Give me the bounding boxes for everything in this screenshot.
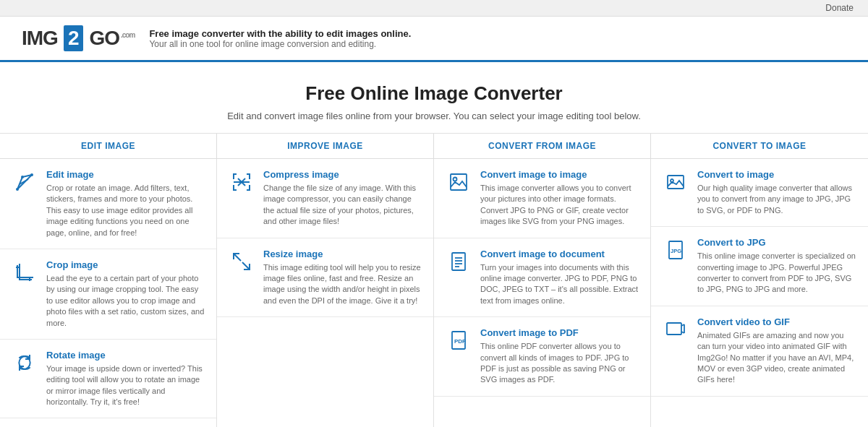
card-resize-image[interactable]: Resize image This image editing tool wil…: [217, 238, 433, 318]
card-video-gif-content: Convert video to GIF Animated GIFs are a…: [697, 316, 856, 386]
hero-title: Free Online Image Converter: [14, 82, 854, 105]
card-to-image-desc: Our high quality image converter that al…: [697, 183, 856, 216]
card-resize-content: Resize image This image editing tool wil…: [263, 249, 422, 307]
tagline-bold: Free image converter with the ability to…: [149, 28, 411, 39]
cards-section: Edit image Crop or rotate an image. Add …: [0, 159, 868, 427]
rotate-icon: [12, 350, 38, 376]
hero-subtitle: Edit and convert image files online from…: [14, 111, 854, 121]
card-convert-doc-title: Convert image to document: [480, 249, 639, 259]
logo-num: 2: [64, 25, 84, 51]
svg-line-17: [242, 262, 250, 269]
svg-text:PDF: PDF: [454, 338, 466, 345]
svg-line-16: [234, 254, 241, 261]
improve-column: Compress image Change the file size of a…: [217, 159, 434, 427]
card-crop-content: Crop image Lead the eye to a certain par…: [46, 259, 205, 329]
svg-text:JPG: JPG: [671, 248, 681, 254]
card-convert-pdf-desc: This online PDF converter allows you to …: [480, 341, 639, 386]
convert-doc-icon: [446, 249, 472, 275]
card-to-image-content: Convert to image Our high quality image …: [697, 169, 856, 216]
card-compress-desc: Change the file size of any image. With …: [263, 183, 422, 228]
video-gif-icon: [663, 316, 689, 342]
col-header-convert-to: CONVERT TO IMAGE: [651, 134, 868, 158]
crop-icon: [12, 259, 38, 285]
to-image-icon: [663, 169, 689, 195]
svg-rect-32: [667, 323, 681, 335]
card-convert-to-image[interactable]: Convert to image Our high quality image …: [651, 159, 868, 227]
col-header-convert-from: CONVERT FROM IMAGE: [434, 134, 651, 158]
logo-img-text: IMG: [22, 27, 58, 50]
donate-link[interactable]: Donate: [825, 3, 854, 13]
card-crop-title: Crop image: [46, 259, 205, 270]
card-edit-desc: Crop or rotate an image. Add filters, te…: [46, 183, 205, 238]
edit-icon: [12, 169, 38, 195]
card-convert-image-to-pdf[interactable]: PDF Convert image to PDF This online PDF…: [434, 317, 650, 397]
to-jpg-icon: JPG: [663, 237, 689, 263]
card-convert-image-desc: This image converter allows you to conve…: [480, 183, 639, 228]
site-header: IMG 2 GO.com Free image converter with t…: [0, 17, 868, 62]
card-resize-title: Resize image: [263, 249, 422, 259]
card-convert-image-to-doc[interactable]: Convert image to document Turn your imag…: [434, 238, 650, 318]
card-edit-title: Edit image: [46, 169, 205, 180]
convert-pdf-icon: PDF: [446, 327, 472, 353]
convert-from-column: Convert image to image This image conver…: [434, 159, 651, 427]
card-watermark-image[interactable]: Watermark image With this online photo e…: [0, 418, 216, 427]
edit-column: Edit image Crop or rotate an image. Add …: [0, 159, 217, 427]
card-to-jpg-content: Convert to JPG This online image convert…: [697, 237, 856, 296]
card-convert-doc-desc: Turn your images into documents with thi…: [480, 262, 639, 307]
card-to-jpg-title: Convert to JPG: [697, 237, 856, 248]
card-crop-desc: Lead the eye to a certain part of your p…: [46, 273, 205, 329]
card-rotate-desc: Your image is upside down or inverted? T…: [46, 363, 205, 408]
card-edit-image[interactable]: Edit image Crop or rotate an image. Add …: [0, 159, 216, 249]
logo[interactable]: IMG 2 GO.com: [22, 25, 135, 51]
card-compress-content: Compress image Change the file size of a…: [263, 169, 422, 228]
card-convert-doc-content: Convert image to document Turn your imag…: [480, 249, 639, 307]
card-convert-image-content: Convert image to image This image conver…: [480, 169, 639, 228]
card-convert-to-jpg[interactable]: JPG Convert to JPG This online image con…: [651, 227, 868, 306]
card-resize-desc: This image editing tool will help you to…: [263, 262, 422, 307]
tagline-sub: Your all in one tool for online image co…: [149, 39, 411, 49]
card-compress-title: Compress image: [263, 169, 422, 180]
card-convert-video-to-gif[interactable]: Convert video to GIF Animated GIFs are a…: [651, 306, 868, 397]
card-convert-image-title: Convert image to image: [480, 169, 639, 180]
logo-go-text: GO.com: [89, 27, 135, 50]
svg-point-6: [30, 173, 33, 176]
svg-point-5: [21, 176, 24, 178]
resize-icon: [229, 249, 255, 275]
card-edit-content: Edit image Crop or rotate an image. Add …: [46, 169, 205, 238]
header-tagline: Free image converter with the ability to…: [149, 28, 411, 49]
card-rotate-image[interactable]: Rotate image Your image is upside down o…: [0, 340, 216, 419]
card-video-gif-title: Convert video to GIF: [697, 316, 856, 327]
compress-icon: [229, 169, 255, 195]
column-headers: EDIT IMAGE IMPROVE IMAGE CONVERT FROM IM…: [0, 134, 868, 159]
col-header-improve: IMPROVE IMAGE: [217, 134, 434, 158]
hero-section: Free Online Image Converter Edit and con…: [0, 62, 868, 134]
svg-rect-18: [451, 174, 467, 190]
convert-image-icon: [446, 169, 472, 195]
svg-point-4: [16, 188, 19, 191]
card-convert-pdf-content: Convert image to PDF This online PDF con…: [480, 327, 639, 386]
svg-rect-21: [452, 253, 465, 270]
top-bar: Donate: [0, 0, 868, 17]
card-rotate-title: Rotate image: [46, 350, 205, 361]
card-convert-image-to-image[interactable]: Convert image to image This image conver…: [434, 159, 650, 238]
svg-rect-28: [668, 176, 684, 189]
card-crop-image[interactable]: Crop image Lead the eye to a certain par…: [0, 249, 216, 340]
card-rotate-content: Rotate image Your image is upside down o…: [46, 350, 205, 408]
card-to-jpg-desc: This online image converter is specializ…: [697, 251, 856, 296]
card-convert-pdf-title: Convert image to PDF: [480, 327, 639, 338]
card-video-gif-desc: Animated GIFs are amazing and now you ca…: [697, 330, 856, 386]
card-compress-image[interactable]: Compress image Change the file size of a…: [217, 159, 433, 238]
svg-point-19: [454, 178, 457, 181]
convert-to-column: Convert to image Our high quality image …: [651, 159, 868, 427]
col-header-edit: EDIT IMAGE: [0, 134, 217, 158]
card-to-image-title: Convert to image: [697, 169, 856, 180]
